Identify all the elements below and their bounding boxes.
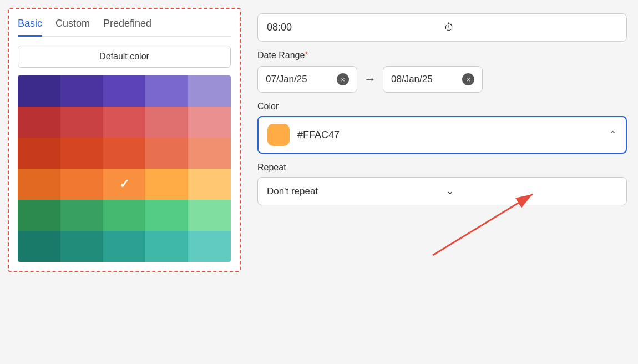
color-cell[interactable] (145, 200, 188, 231)
chevron-up-icon: ⌃ (609, 129, 617, 141)
color-cell[interactable] (145, 107, 188, 138)
color-cell[interactable] (103, 107, 146, 138)
time-value: 08:00 (267, 22, 440, 33)
color-label: Color (257, 102, 627, 112)
color-cell[interactable] (18, 200, 60, 231)
color-cell[interactable] (145, 169, 188, 200)
color-cell[interactable] (60, 169, 103, 200)
color-cell[interactable] (188, 169, 231, 200)
color-cell[interactable] (145, 138, 188, 169)
color-cell[interactable] (18, 169, 60, 200)
date-start-value: 07/Jan/25 (266, 74, 331, 85)
repeat-value: Don't repeat (267, 186, 438, 197)
color-cell[interactable] (145, 75, 188, 107)
right-panel: 08:00 ⏱ Date Range* 07/Jan/25 × → 08/Jan… (257, 8, 638, 211)
color-cell[interactable] (188, 107, 231, 138)
color-picker-panel: Basic Custom Predefined Default color ✓ (8, 8, 241, 272)
color-section: Color #FFAC47 ⌃ (257, 102, 627, 154)
color-cell[interactable] (188, 75, 231, 107)
date-start-input[interactable]: 07/Jan/25 × (257, 66, 357, 93)
color-cell[interactable] (18, 231, 60, 262)
color-cell[interactable] (60, 138, 103, 169)
color-cell[interactable] (103, 231, 146, 262)
chevron-down-icon: ⌄ (446, 185, 617, 197)
color-cell[interactable] (145, 231, 188, 262)
color-selector[interactable]: #FFAC47 ⌃ (257, 116, 627, 154)
color-hex-value: #FFAC47 (297, 129, 601, 141)
tab-predefined[interactable]: Predefined (103, 18, 151, 37)
color-cell[interactable] (60, 200, 103, 231)
repeat-section: Repeat Don't repeat ⌄ (257, 163, 627, 205)
clock-icon: ⏱ (444, 22, 617, 33)
color-cell[interactable] (18, 75, 60, 107)
tab-custom[interactable]: Custom (55, 18, 90, 37)
color-cell[interactable] (18, 138, 60, 169)
repeat-selector[interactable]: Don't repeat ⌄ (257, 177, 627, 205)
color-cell[interactable] (18, 107, 60, 138)
date-range-section: Date Range* 07/Jan/25 × → 08/Jan/25 × (257, 50, 627, 93)
date-end-input[interactable]: 08/Jan/25 × (383, 66, 483, 93)
color-cell[interactable] (103, 138, 146, 169)
tabs-container: Basic Custom Predefined (18, 18, 231, 37)
date-end-value: 08/Jan/25 (391, 74, 457, 85)
color-cell[interactable] (60, 231, 103, 262)
tab-basic[interactable]: Basic (18, 18, 42, 37)
time-input-row: 08:00 ⏱ (257, 13, 627, 42)
date-range-arrow: → (364, 72, 376, 87)
repeat-label: Repeat (257, 163, 627, 173)
color-cell[interactable] (103, 200, 146, 231)
selected-check-icon: ✓ (119, 177, 129, 191)
date-range-row: 07/Jan/25 × → 08/Jan/25 × (257, 66, 627, 93)
default-color-button[interactable]: Default color (18, 46, 231, 68)
color-swatch (267, 124, 290, 146)
color-grid: ✓ (18, 75, 231, 262)
color-cell[interactable] (188, 200, 231, 231)
date-range-label: Date Range* (257, 50, 627, 60)
color-cell[interactable] (188, 138, 231, 169)
required-star: * (305, 50, 308, 60)
page-container: Basic Custom Predefined Default color ✓ … (0, 0, 638, 364)
date-start-clear-button[interactable]: × (337, 73, 349, 85)
color-cell[interactable]: ✓ (103, 169, 146, 200)
color-cell[interactable] (188, 231, 231, 262)
color-cell[interactable] (60, 107, 103, 138)
color-cell[interactable] (60, 75, 103, 107)
date-end-clear-button[interactable]: × (462, 73, 474, 85)
color-cell[interactable] (103, 75, 146, 107)
